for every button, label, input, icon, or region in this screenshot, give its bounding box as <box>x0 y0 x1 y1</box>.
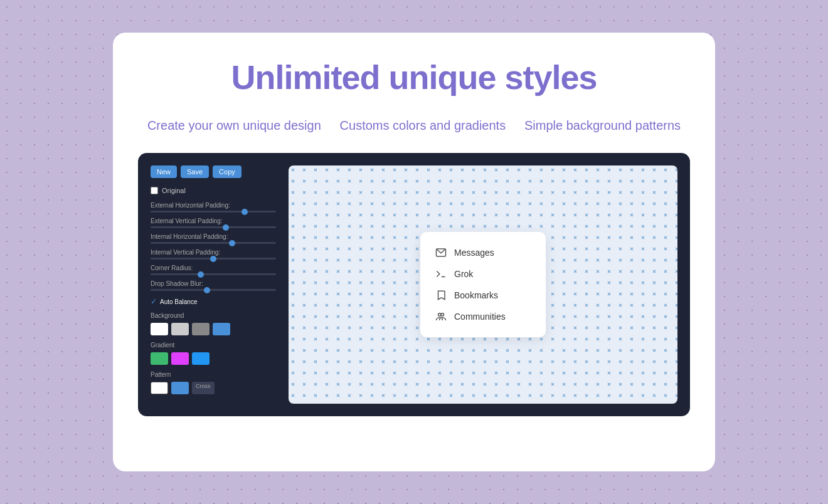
pattern-swatches: Cross <box>151 382 276 394</box>
original-checkbox[interactable] <box>151 187 158 194</box>
menu-card: Messages Grok Bookmarks <box>420 232 546 337</box>
bg-swatch-blue[interactable] <box>213 323 230 335</box>
ext-horiz-padding-thumb[interactable] <box>242 209 248 215</box>
menu-label-bookmarks: Bookmarks <box>454 290 498 300</box>
features-row: Create your own unique design Customs co… <box>138 117 690 134</box>
top-buttons: New Save Copy <box>151 165 276 178</box>
gradient-swatches <box>151 352 276 365</box>
pattern-section-label: Pattern <box>151 371 276 378</box>
drop-shadow-label: Drop Shadow Blur: <box>151 280 276 287</box>
new-button[interactable]: New <box>151 165 177 178</box>
grok-icon <box>435 268 447 280</box>
ext-vert-padding-slider-group: External Vertical Padding: <box>151 218 276 228</box>
int-horiz-padding-track[interactable] <box>151 242 276 244</box>
pattern-swatch-blue[interactable] <box>171 382 189 394</box>
controls-panel: New Save Copy Original External Horizont… <box>151 165 276 404</box>
gradient-swatch-blue[interactable] <box>192 352 210 365</box>
gradient-swatch-green[interactable] <box>151 352 168 365</box>
ext-horiz-padding-slider-group: External Horizontal Padding: <box>151 202 276 213</box>
gradient-section-label: Gradient <box>151 342 276 349</box>
menu-item-grok: Grok <box>435 263 531 285</box>
bg-swatch-mid[interactable] <box>192 323 210 335</box>
pattern-background: Messages Grok Bookmarks <box>289 165 677 404</box>
menu-item-messages: Messages <box>435 242 531 263</box>
ext-vert-padding-thumb[interactable] <box>223 224 229 231</box>
pattern-swatch-white[interactable] <box>151 382 168 394</box>
ext-horiz-padding-label: External Horizontal Padding: <box>151 202 276 209</box>
int-vert-padding-label: Internal Vertical Padding: <box>151 249 276 256</box>
corner-radius-thumb[interactable] <box>198 271 204 278</box>
save-button[interactable]: Save <box>181 165 209 178</box>
feature-3: Simple background patterns <box>524 117 681 134</box>
feature-1: Create your own unique design <box>147 117 321 134</box>
menu-label-grok: Grok <box>454 269 473 279</box>
gradient-swatch-pink[interactable] <box>171 352 189 365</box>
mail-icon <box>435 247 447 258</box>
original-checkbox-row: Original <box>151 187 276 194</box>
corner-radius-track[interactable] <box>151 273 276 275</box>
auto-balance-label: Auto Balance <box>160 298 198 305</box>
background-swatches <box>151 323 276 335</box>
int-horiz-padding-thumb[interactable] <box>229 240 235 246</box>
bg-swatch-light[interactable] <box>171 323 189 335</box>
bookmark-icon <box>435 290 447 301</box>
bg-swatch-white[interactable] <box>151 323 168 335</box>
drop-shadow-track[interactable] <box>151 289 276 291</box>
preview-area: Messages Grok Bookmarks <box>289 165 677 404</box>
menu-item-bookmarks: Bookmarks <box>435 285 531 306</box>
int-horiz-padding-label: Internal Horizontal Padding: <box>151 233 276 240</box>
drop-shadow-slider-group: Drop Shadow Blur: <box>151 280 276 291</box>
corner-radius-label: Corner Radius: <box>151 265 276 271</box>
menu-label-communities: Communities <box>454 312 506 322</box>
checkmark-icon: ✓ <box>151 297 157 306</box>
int-vert-padding-track[interactable] <box>151 258 276 260</box>
ext-vert-padding-track[interactable] <box>151 226 276 228</box>
int-vert-padding-slider-group: Internal Vertical Padding: <box>151 249 276 260</box>
corner-radius-slider-group: Corner Radius: <box>151 265 276 275</box>
background-section-label: Background <box>151 312 276 319</box>
page-title: Unlimited unique styles <box>231 58 597 97</box>
svg-point-6 <box>441 313 444 317</box>
ext-horiz-padding-track[interactable] <box>151 211 276 213</box>
int-horiz-padding-slider-group: Internal Horizontal Padding: <box>151 233 276 244</box>
original-label: Original <box>162 187 186 194</box>
int-vert-padding-thumb[interactable] <box>210 256 216 262</box>
auto-balance-row: ✓ Auto Balance <box>151 297 276 306</box>
ext-vert-padding-label: External Vertical Padding: <box>151 218 276 224</box>
cross-badge: Cross <box>192 382 215 394</box>
demo-panel: New Save Copy Original External Horizont… <box>138 153 690 416</box>
copy-button[interactable]: Copy <box>213 165 242 178</box>
communities-icon <box>435 311 447 322</box>
drop-shadow-thumb[interactable] <box>204 287 210 293</box>
menu-label-messages: Messages <box>454 248 494 258</box>
menu-item-communities: Communities <box>435 306 531 327</box>
main-card: Unlimited unique styles Create your own … <box>113 33 715 471</box>
feature-2: Customs colors and gradients <box>340 117 506 134</box>
